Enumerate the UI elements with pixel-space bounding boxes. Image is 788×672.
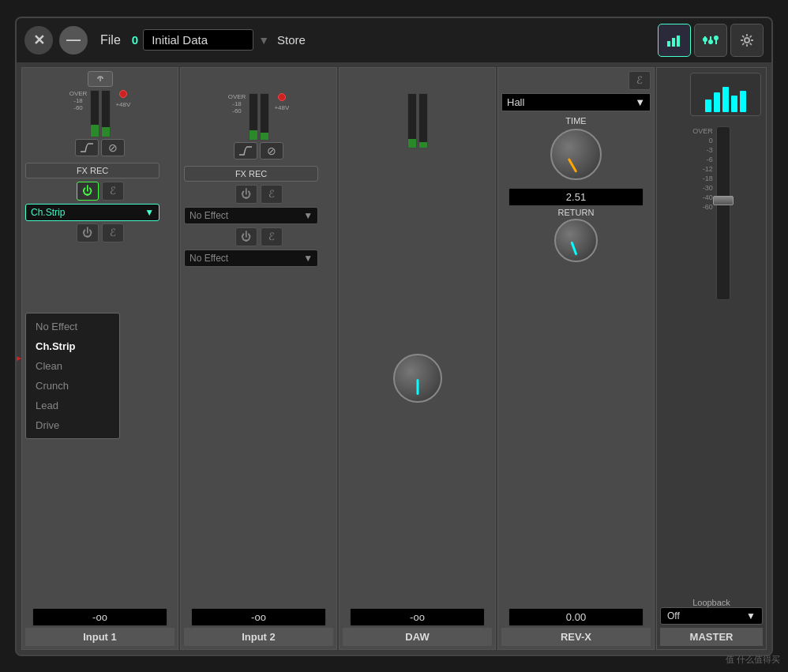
dropdown-arrow-icon: ▼ <box>144 207 154 218</box>
phase-button[interactable]: ⊘ <box>101 139 125 156</box>
noeffect-dropdown-2a[interactable]: No Effect ▼ <box>184 207 318 224</box>
file-menu[interactable]: File <box>100 33 121 47</box>
minimize-icon: — <box>66 32 81 48</box>
noeffect-dropdown-2b[interactable]: No Effect ▼ <box>184 250 318 267</box>
fader-2 <box>714 92 720 112</box>
reverb-time-value: 2.51 <box>508 188 643 206</box>
filter-controls-2: ⊘ <box>234 142 283 160</box>
dropdown-item-drive[interactable]: Drive <box>26 415 119 435</box>
scale-0: 0 <box>709 137 713 145</box>
dropdown-item-chstrip[interactable]: Ch.Strip <box>26 336 119 356</box>
over-indicator-2 <box>278 93 286 101</box>
dropdown-item-crunch[interactable]: Crunch <box>26 376 119 396</box>
master-label: MASTER <box>660 628 763 646</box>
master-fader-track[interactable] <box>716 126 730 300</box>
mixer-icon-button[interactable] <box>694 24 727 57</box>
close-icon: ✕ <box>33 32 45 49</box>
preset-area: 0 Initial Data ▼ Store <box>132 29 306 51</box>
cyan-faders <box>691 73 760 115</box>
minimize-button[interactable]: — <box>59 26 88 54</box>
fader-1 <box>705 99 711 112</box>
scale-minus40: -40 <box>703 194 713 201</box>
power-button-1[interactable]: ⏻ <box>77 182 99 201</box>
dropdown-item-clean[interactable]: Clean <box>26 356 119 376</box>
gear-icon <box>739 32 755 48</box>
reverb-type-dropdown[interactable]: Hall ▼ <box>501 93 651 111</box>
revx-channel: ℰ Hall ▼ TIME 2.51 RETURN 0.00 REV-X <box>497 67 655 650</box>
reverb-time-knob[interactable] <box>550 129 602 180</box>
input1-fx-section: FX REC ⏻ ℰ Ch.Strip ▼ No Effect Ch.Strip <box>25 163 174 246</box>
loopback-value: Off <box>667 610 680 621</box>
scale-minus30: -30 <box>703 185 713 192</box>
dropdown-item-lead[interactable]: Lead <box>26 396 119 415</box>
watermark: 值 什么值得买 <box>726 654 780 666</box>
revx-edit-button[interactable]: ℰ <box>629 71 651 90</box>
meter-bar-left <box>90 90 99 137</box>
input2-channel: OVER -18 -60 <box>180 67 337 650</box>
settings-icon-button[interactable] <box>730 24 764 57</box>
over-label: OVER <box>69 90 88 97</box>
arrow-indicator: ➤ <box>15 348 22 369</box>
return-knob[interactable] <box>554 219 598 262</box>
phase-button-2[interactable]: ⊘ <box>260 142 283 160</box>
loopback-label: Loopback <box>692 598 730 607</box>
power-button-2b[interactable]: ⏻ <box>235 227 257 246</box>
dropdown-item-noeffect[interactable]: No Effect <box>26 317 119 336</box>
link-button[interactable] <box>88 71 113 87</box>
return-value: 0.00 <box>508 608 643 626</box>
close-button[interactable]: ✕ <box>24 26 53 54</box>
edit-button-2[interactable]: ℰ <box>261 185 283 204</box>
scale-over: OVER <box>692 128 713 135</box>
svg-rect-1 <box>672 38 675 47</box>
preset-number: 0 <box>132 33 138 47</box>
loopback-dropdown[interactable]: Off ▼ <box>660 607 763 625</box>
highpass-icon <box>79 142 95 153</box>
master-fader-handle[interactable] <box>713 196 734 205</box>
daw-meter-left <box>407 93 417 148</box>
bar-chart-icon <box>666 33 683 47</box>
edit-button-1[interactable]: ℰ <box>102 182 124 201</box>
reverb-time-label: TIME <box>565 116 586 126</box>
chstrip-dropdown-menu: No Effect Ch.Strip Clean Crunch Lead Dri… <box>25 313 120 439</box>
daw-knob[interactable] <box>393 354 442 403</box>
title-icons <box>658 24 764 57</box>
store-button[interactable]: Store <box>277 33 306 47</box>
meter-bar-right-2 <box>260 93 269 141</box>
fader-5 <box>740 91 746 112</box>
chstrip-dropdown[interactable]: Ch.Strip ▼ <box>25 204 159 221</box>
fx-icons-row-1: ⏻ ℰ <box>25 182 174 201</box>
highpass-button[interactable] <box>75 139 99 156</box>
input2-meter-section: OVER -18 -60 <box>184 93 333 141</box>
fx-rec-button-1[interactable]: FX REC <box>25 163 159 178</box>
svg-point-9 <box>745 38 749 43</box>
minus18-label: -18 <box>69 97 88 104</box>
loopback-arrow-icon: ▼ <box>746 610 756 621</box>
input2-volume: -oo <box>191 608 325 626</box>
fx-icons-row-2b: ⏻ ℰ <box>184 227 333 246</box>
meter-bar-right <box>101 90 111 137</box>
meter-pair: OVER -18 -60 <box>69 90 131 137</box>
input2-fx-section: FX REC ⏻ ℰ No Effect ▼ ⏻ ℰ No Effect <box>184 166 333 269</box>
link-icon <box>94 74 107 84</box>
edit-button-1b[interactable]: ℰ <box>102 223 124 242</box>
fader-3 <box>722 87 729 112</box>
main-content: ➤ OVER -18 -60 <box>17 62 771 655</box>
power-button-1b[interactable]: ⏻ <box>77 223 99 242</box>
daw-meter-area <box>407 93 428 148</box>
daw-meter-right <box>418 93 428 148</box>
power-button-2[interactable]: ⏻ <box>235 185 257 204</box>
highpass-button-2[interactable] <box>234 142 257 160</box>
preset-dropdown-arrow[interactable]: ▼ <box>258 34 269 47</box>
analytics-icon-button[interactable] <box>658 24 691 57</box>
dropdown-value-2a: No Effect <box>189 210 228 221</box>
input1-volume: -oo <box>32 608 167 626</box>
scale-minus60: -60 <box>703 204 713 211</box>
svg-rect-2 <box>677 36 680 47</box>
edit-button-2b[interactable]: ℰ <box>261 227 283 246</box>
phantom-power-label-2: +48V <box>274 104 289 111</box>
preset-name[interactable]: Initial Data <box>143 29 253 51</box>
master-fader-area <box>716 126 730 300</box>
svg-point-6 <box>708 39 713 44</box>
fx-rec-button-2[interactable]: FX REC <box>184 166 318 182</box>
dropdown-arrow-icon-2b: ▼ <box>303 253 313 264</box>
